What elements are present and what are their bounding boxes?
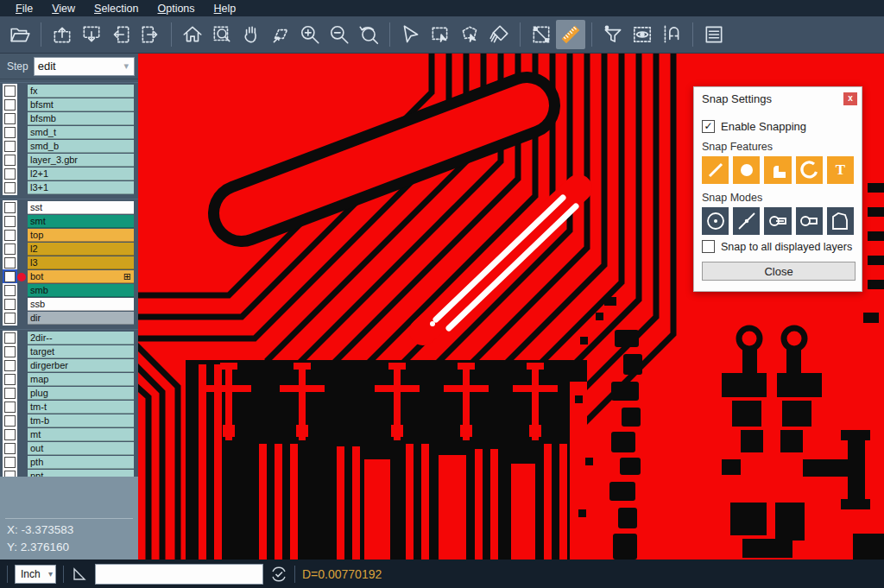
layer-row-l3[interactable]: l3 [0,256,138,269]
layer-row-smd_t[interactable]: smd_t [0,126,138,139]
layer-name[interactable]: pth [28,456,134,469]
layer-row-top[interactable]: top [0,229,138,242]
select-rectangle-button[interactable] [426,20,455,49]
layer-name[interactable]: smd_t [28,126,134,139]
layer-visibility-checkbox[interactable] [4,127,16,138]
snap-arc-button[interactable] [796,156,823,184]
layer-visibility-checkbox[interactable] [4,168,16,180]
enable-snapping-row[interactable]: ✓ Enable Snapping [702,120,854,133]
view-options-button[interactable] [628,20,657,49]
all-layers-row[interactable]: Snap to all displayed layers [702,240,854,253]
layer-visibility-checkbox[interactable] [4,401,16,413]
layer-row-fx[interactable]: fx [0,85,138,98]
layer-name[interactable]: target [28,345,134,358]
layer-row-bfsmt[interactable]: bfsmt [0,98,138,111]
layer-visibility-checkbox[interactable] [4,332,16,344]
layer-name[interactable]: tm-b [28,414,134,427]
layer-name[interactable]: map [28,373,134,386]
layer-row-mt[interactable]: mt [0,428,138,441]
snap-magnet-button[interactable] [657,20,686,49]
layer-row-tm-b[interactable]: tm-b [0,414,138,427]
layer-name[interactable]: tm-t [28,401,134,414]
layer-visibility-checkbox[interactable] [4,99,16,111]
layer-row-l2+1[interactable]: l2+1 [0,168,138,180]
close-button[interactable]: Close [702,262,856,281]
layer-row-out[interactable]: out [0,442,138,455]
layer-visibility-checkbox[interactable] [4,346,16,357]
layer-row-target[interactable]: target [0,345,138,358]
layer-row-dirgerber[interactable]: dirgerber [0,359,138,372]
step-select[interactable]: edit ▾ [34,57,135,76]
layer-row-layer_3.gbr[interactable]: layer_3.gbr [0,154,138,167]
layer-name[interactable]: l2+1 [28,168,134,180]
snap-mode-center-button[interactable] [702,207,729,235]
layer-name[interactable]: smb [28,284,134,297]
home-view-button[interactable] [178,20,207,49]
command-input[interactable] [95,564,263,585]
layer-name[interactable]: layer_3.gbr [28,154,134,167]
layer-visibility-checkbox[interactable] [4,182,16,193]
layer-name[interactable]: bfsmt [28,98,134,111]
layer-row-bot[interactable]: bot⊞ [0,270,138,283]
snap-line-button[interactable] [702,156,729,184]
snap-text-button[interactable]: T [827,156,854,184]
select-polygon-button[interactable] [455,20,484,49]
menu-options[interactable]: Options [148,2,203,16]
snap-mode-midpoint-button[interactable] [733,207,760,235]
snap-mode-slot-button[interactable] [796,207,823,235]
layer-name[interactable]: sst [28,201,134,214]
layer-visibility-checkbox[interactable] [4,230,16,241]
menu-selection[interactable]: Selection [85,2,147,16]
zoom-out-button[interactable] [325,20,354,49]
layer-visibility-checkbox[interactable] [4,457,16,468]
layer-row-map[interactable]: map [0,373,138,386]
layer-name[interactable]: bot⊞ [28,270,134,283]
snap-mode-contour-button[interactable] [827,207,854,235]
layer-visibility-checkbox[interactable] [4,415,16,427]
layer-visibility-checkbox[interactable] [4,313,16,324]
layer-row-plug[interactable]: plug [0,387,138,400]
layer-visibility-checkbox[interactable] [4,429,16,440]
layer-row-pth[interactable]: pth [0,456,138,469]
layers-form-button[interactable] [699,20,729,49]
unit-select[interactable]: Inch ▾ [15,565,56,584]
open-folder-button[interactable] [5,20,35,49]
layer-row-bfsmb[interactable]: bfsmb [0,112,138,125]
layer-row-ssb[interactable]: ssb [0,298,138,311]
zoom-window-button[interactable] [207,20,237,49]
menu-help[interactable]: Help [205,2,245,16]
measure-button[interactable] [527,20,556,49]
ruler-button[interactable] [556,20,585,49]
layer-visibility-checkbox[interactable] [4,141,16,152]
layer-visibility-checkbox[interactable] [4,202,16,213]
snap-surface-button[interactable] [764,156,791,184]
layer-row-sst[interactable]: sst [0,201,138,214]
layer-name[interactable]: plug [28,387,134,400]
zoom-shape-button[interactable] [266,20,295,49]
layer-visibility-checkbox[interactable] [4,285,16,296]
pan-left-button[interactable] [106,20,136,49]
layer-name[interactable]: top [28,229,134,242]
layer-visibility-checkbox[interactable] [4,113,16,124]
grid-icon[interactable]: ⊞ [123,270,131,283]
snap-mode-slot-center-button[interactable] [764,207,791,235]
layer-name[interactable]: fx [28,85,134,98]
layer-visibility-checkbox[interactable] [4,243,16,255]
filter-button[interactable] [598,20,628,49]
layer-row-l2[interactable]: l2 [0,243,138,256]
zoom-in-button[interactable] [295,20,325,49]
layer-row-dir[interactable]: dir [0,312,138,325]
pan-down-button[interactable] [77,20,106,49]
pan-right-button[interactable] [136,20,165,49]
layer-visibility-checkbox[interactable] [4,271,16,282]
layer-name[interactable]: out [28,442,134,455]
pan-hand-button[interactable] [237,20,266,49]
clean-brush-button[interactable] [484,20,514,49]
pan-up-button[interactable] [47,20,77,49]
layer-name[interactable]: l2 [28,243,134,256]
layer-name[interactable]: l3 [28,256,134,269]
layer-visibility-checkbox[interactable] [4,257,16,269]
layer-visibility-checkbox[interactable] [4,374,16,385]
layer-name[interactable]: bfsmb [28,112,134,125]
layer-name[interactable]: ssb [28,298,134,311]
